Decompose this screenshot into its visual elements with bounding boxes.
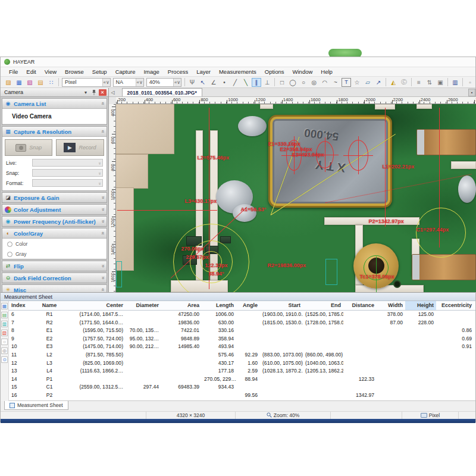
table-row[interactable]: 10E3(1475.00, 714.00)90.00, 212…14985.40… <box>9 343 475 351</box>
menu-image[interactable]: Image <box>140 68 162 76</box>
circle-marker-icon[interactable]: ○ <box>1 339 8 345</box>
column-header-eccentricity[interactable]: Eccentricity <box>436 301 474 310</box>
measurement-sheet-icon[interactable]: ▥ <box>450 78 460 87</box>
menu-window[interactable]: Window <box>289 68 317 76</box>
text-tool-icon[interactable]: T <box>342 78 351 87</box>
column-header-index[interactable]: Index <box>9 301 33 310</box>
table-row[interactable]: 14P1270.05, 229…88.94122.33 <box>9 375 475 384</box>
measurement-sheet-tab[interactable]: Measurement Sheet <box>4 401 68 410</box>
arc-tool-icon[interactable]: ◠ <box>320 78 330 87</box>
close-panel-button[interactable]: ✕ <box>99 89 107 96</box>
table-row[interactable]: 7R2(1771.50, 1644.0…19836.00630.00(1815.… <box>9 319 475 327</box>
image-tab[interactable]: 2018_0101_003554_010.JPG* <box>122 88 202 96</box>
magnification-dropdown[interactable]: NA ∨ <box>113 78 144 87</box>
annulus-tool-icon[interactable]: ◎ <box>309 78 319 87</box>
table-row[interactable]: 9E2(1757.50, 724.00)95.00, 132…9848.8935… <box>9 335 475 343</box>
format-select[interactable] <box>32 179 103 187</box>
menu-capture[interactable]: Capture <box>112 68 139 76</box>
camera-list-item[interactable]: Video Camera <box>2 109 107 124</box>
gray-radio[interactable] <box>7 252 12 257</box>
snap-resolution-select[interactable] <box>32 169 103 177</box>
table-row[interactable]: 6R1(1714.00, 1847.5…47250.001006.00(1903… <box>9 311 475 319</box>
star-tool-icon[interactable]: ☆ <box>352 78 362 87</box>
collapse-down-icon[interactable] <box>99 264 105 267</box>
ellipse-tool-icon[interactable]: ◯ <box>288 78 298 87</box>
menu-help[interactable]: Help <box>317 68 336 76</box>
point-marker-icon[interactable]: ⊙ <box>1 356 8 363</box>
collapse-down-icon[interactable] <box>99 220 105 223</box>
save-icon[interactable]: ▦ <box>14 78 24 87</box>
column-header-distance[interactable]: Distance <box>343 301 377 310</box>
column-header-name[interactable]: Name <box>33 301 66 310</box>
color-radio[interactable] <box>7 242 12 247</box>
calibration-icon[interactable]: ◭ <box>389 78 398 87</box>
save-as-icon[interactable]: ▧ <box>25 78 35 87</box>
circle-tool-icon[interactable]: ○ <box>299 78 308 87</box>
section-color-adjustment-header[interactable]: Color Adjustment <box>2 205 107 214</box>
collapse-up-icon[interactable] <box>99 231 105 234</box>
crop-icon[interactable]: Ⓒ <box>399 78 409 87</box>
column-header-diameter[interactable]: Diameter <box>126 301 161 310</box>
section-power-frequency-header[interactable]: Power Frequency (Anti-flicker) <box>2 217 107 226</box>
column-header-area[interactable]: Area <box>161 301 202 310</box>
zoom-dropdown[interactable]: 40% ∨ <box>146 78 181 87</box>
chevron-down-icon[interactable]: ∨ <box>136 79 143 86</box>
open-folder-icon[interactable]: ▨ <box>4 78 13 87</box>
rectangle-tool-icon[interactable]: □ <box>277 78 287 87</box>
section-flip-header[interactable]: Flip <box>2 261 107 271</box>
open-image-icon[interactable]: ▤ <box>36 78 45 87</box>
thumbnail-browser-icon[interactable]: ∷ <box>46 78 56 87</box>
table-row[interactable]: 12L3(825.00, 1069.00)430.171.60(610.00, … <box>9 359 475 368</box>
polyline-tool-icon[interactable]: ╲ <box>241 78 250 87</box>
color-radio-row[interactable]: Color <box>2 239 107 249</box>
section-capture-resolution-header[interactable]: Capture & Resolution <box>2 127 107 136</box>
column-header-start[interactable]: Start <box>260 301 303 310</box>
collapse-up-icon[interactable] <box>99 130 105 133</box>
new-window-icon[interactable]: ▫ <box>465 78 475 87</box>
menu-file[interactable]: File <box>5 68 21 76</box>
gray-radio-row[interactable]: Gray <box>2 249 107 259</box>
tab-scroll-left-icon[interactable]: ◁ <box>109 89 117 96</box>
column-header-length[interactable]: Length <box>202 301 236 310</box>
column-header-center[interactable]: Center <box>66 301 126 310</box>
grayscale-icon[interactable]: ▣ <box>436 78 445 87</box>
table-row[interactable]: 16P299.561342.97 <box>9 392 475 400</box>
chevron-down-icon[interactable]: ∨ <box>102 79 110 86</box>
fit-to-window-icon[interactable]: ⇅ <box>425 78 434 87</box>
select-tool-icon[interactable]: ↖ <box>198 78 208 87</box>
point-tool-icon[interactable]: • <box>220 78 229 87</box>
pin-icon[interactable] <box>90 89 98 96</box>
panel-menu-icon[interactable]: ▾ <box>82 89 90 96</box>
column-header-height[interactable]: Height <box>405 301 436 310</box>
curve-tool-icon[interactable]: ~ <box>331 78 340 87</box>
export-csv-icon[interactable]: ▥ <box>1 321 8 327</box>
image-canvas[interactable]: 54.000 XTY <box>116 104 476 292</box>
table-row[interactable]: 15C1(2559.00, 1312.5…297.4469483.39934.4… <box>9 383 475 392</box>
menu-edit[interactable]: Edit <box>23 68 39 76</box>
export-excel-icon[interactable]: ▤ <box>1 312 8 318</box>
record-button[interactable]: ▶ Record <box>56 139 104 156</box>
table-row[interactable]: 11L2(871.50, 785.50)575.4692.29(883.00, … <box>9 351 475 359</box>
tab-scroll-right-icon[interactable]: ▪ <box>468 89 475 96</box>
flatten-layers-icon[interactable]: ≡ <box>414 78 424 87</box>
table-row[interactable]: 8E1(1595.00, 715.50)70.00, 135…7422.0133… <box>9 327 475 335</box>
chevron-down-icon[interactable]: ∨ <box>173 79 181 86</box>
section-misc-header[interactable]: Misc <box>2 285 107 292</box>
section-color-gray-header[interactable]: Color/Gray <box>2 228 107 238</box>
collapse-up-icon[interactable] <box>99 288 105 291</box>
menu-process[interactable]: Process <box>164 68 192 76</box>
line-tool-icon[interactable]: ╱ <box>230 78 240 87</box>
section-camera-list-header[interactable]: Camera List <box>2 99 107 108</box>
column-header-angle[interactable]: Angle <box>236 301 260 310</box>
parallel-lines-tool-icon[interactable]: ∥ <box>252 78 261 87</box>
table-row[interactable]: 13L4(1116.63, 1866.2…177.182.59(1028.13,… <box>9 367 475 375</box>
annulus-marker-icon[interactable]: ◎ <box>1 347 8 354</box>
collapse-down-icon[interactable] <box>99 196 105 199</box>
column-header-end[interactable]: End <box>303 301 343 310</box>
menu-layer[interactable]: Layer <box>193 68 214 76</box>
menu-view[interactable]: View <box>41 68 60 76</box>
collapse-down-icon[interactable] <box>99 208 105 211</box>
perpendicular-tool-icon[interactable]: ⊥ <box>262 78 272 87</box>
live-resolution-select[interactable] <box>32 159 103 167</box>
menu-setup[interactable]: Setup <box>89 68 111 76</box>
